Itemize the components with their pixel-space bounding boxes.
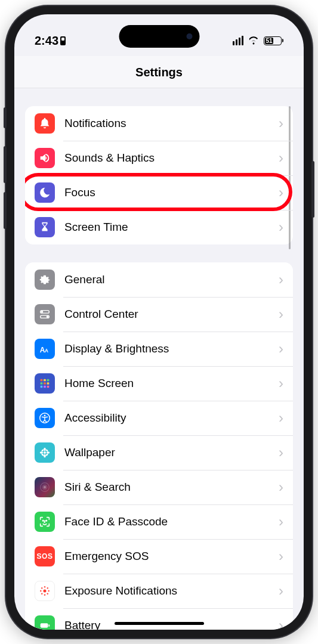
svg-rect-43 bbox=[48, 624, 50, 627]
battery-indicator-icon: 51 bbox=[264, 36, 283, 45]
svg-point-41 bbox=[47, 593, 48, 595]
wifi-icon bbox=[248, 36, 260, 45]
settings-item-emergency-sos[interactable]: SOS Emergency SOS › bbox=[25, 539, 293, 574]
svg-point-33 bbox=[44, 590, 47, 593]
svg-point-5 bbox=[47, 315, 49, 318]
svg-rect-10 bbox=[47, 379, 50, 382]
settings-item-display[interactable]: AA Display & Brightness › bbox=[25, 332, 293, 366]
svg-point-23 bbox=[47, 451, 50, 454]
item-label: General bbox=[64, 273, 279, 286]
svg-point-37 bbox=[48, 590, 50, 592]
gear-icon bbox=[35, 270, 55, 290]
chevron-right-icon: › bbox=[279, 548, 283, 565]
settings-item-control-center[interactable]: Control Center › bbox=[25, 297, 293, 332]
item-label: Screen Time bbox=[64, 221, 279, 234]
exposure-icon bbox=[35, 581, 55, 601]
settings-item-home-screen[interactable]: Home Screen › bbox=[25, 366, 293, 401]
chevron-right-icon: › bbox=[279, 271, 283, 288]
svg-point-31 bbox=[43, 520, 44, 521]
item-label: Wallpaper bbox=[64, 446, 279, 459]
chevron-right-icon: › bbox=[279, 375, 283, 392]
settings-group: Notifications › Sounds & Haptics › bbox=[25, 106, 293, 244]
chevron-right-icon: › bbox=[279, 479, 283, 496]
privacy-indicator-icon bbox=[60, 36, 66, 45]
svg-point-30 bbox=[44, 486, 46, 488]
switches-icon bbox=[35, 304, 55, 324]
settings-item-exposure[interactable]: Exposure Notifications › bbox=[25, 574, 293, 608]
item-label: Control Center bbox=[64, 308, 279, 321]
flower-icon bbox=[35, 442, 55, 463]
chevron-right-icon: › bbox=[279, 184, 283, 201]
svg-rect-16 bbox=[47, 386, 50, 388]
settings-item-battery[interactable]: Battery › bbox=[25, 608, 293, 630]
svg-point-39 bbox=[47, 587, 48, 589]
chevron-right-icon: › bbox=[279, 306, 283, 323]
settings-item-general[interactable]: General › bbox=[25, 262, 293, 297]
svg-point-35 bbox=[44, 595, 45, 596]
svg-rect-14 bbox=[41, 386, 43, 388]
screen: 2:43 51 Settings bbox=[14, 14, 304, 630]
svg-point-21 bbox=[44, 454, 46, 458]
item-label: Focus bbox=[64, 186, 279, 199]
svg-point-32 bbox=[46, 520, 47, 521]
item-label: Display & Brightness bbox=[64, 342, 279, 355]
chevron-right-icon: › bbox=[279, 115, 283, 132]
dynamic-island bbox=[119, 25, 199, 48]
svg-text:A: A bbox=[45, 348, 48, 354]
svg-point-26 bbox=[41, 453, 44, 456]
accessibility-icon bbox=[35, 408, 55, 428]
chevron-right-icon: › bbox=[279, 583, 283, 599]
chevron-right-icon: › bbox=[279, 340, 283, 357]
settings-group: General › Control Center › AA Display & … bbox=[25, 262, 293, 630]
svg-point-19 bbox=[44, 451, 46, 454]
chevron-right-icon: › bbox=[279, 617, 283, 630]
battery-icon bbox=[35, 615, 55, 630]
svg-point-3 bbox=[41, 311, 44, 313]
apps-grid-icon bbox=[35, 373, 55, 394]
settings-item-siri[interactable]: Siri & Search › bbox=[25, 470, 293, 504]
chevron-right-icon: › bbox=[279, 219, 283, 236]
item-label: Siri & Search bbox=[64, 481, 279, 494]
sos-icon: SOS bbox=[35, 546, 55, 566]
text-size-icon: AA bbox=[35, 339, 55, 359]
svg-rect-8 bbox=[41, 379, 43, 382]
svg-point-22 bbox=[40, 451, 44, 454]
home-indicator[interactable] bbox=[115, 622, 204, 625]
svg-rect-13 bbox=[47, 382, 50, 385]
chevron-right-icon: › bbox=[279, 444, 283, 461]
hourglass-icon bbox=[35, 217, 55, 237]
phone-frame: 2:43 51 Settings bbox=[6, 6, 312, 638]
svg-rect-11 bbox=[41, 382, 43, 385]
bell-icon bbox=[35, 113, 55, 134]
page-title: Settings bbox=[14, 56, 304, 88]
settings-item-notifications[interactable]: Notifications › bbox=[25, 106, 293, 141]
svg-point-18 bbox=[44, 415, 46, 417]
cellular-signal-icon bbox=[233, 36, 244, 45]
settings-item-wallpaper[interactable]: Wallpaper › bbox=[25, 435, 293, 470]
settings-item-face-id[interactable]: Face ID & Passcode › bbox=[25, 504, 293, 539]
settings-item-sounds[interactable]: Sounds & Haptics › bbox=[25, 141, 293, 175]
item-label: Sounds & Haptics bbox=[64, 151, 279, 165]
item-label: Accessibility bbox=[64, 411, 279, 425]
svg-point-38 bbox=[41, 587, 42, 589]
svg-point-20 bbox=[44, 448, 46, 451]
svg-point-36 bbox=[41, 590, 42, 592]
item-label: Emergency SOS bbox=[64, 550, 279, 563]
speaker-icon bbox=[35, 148, 55, 168]
svg-rect-15 bbox=[44, 386, 46, 388]
svg-point-34 bbox=[44, 587, 45, 588]
item-label: Notifications bbox=[64, 117, 279, 130]
settings-item-screen-time[interactable]: Screen Time › bbox=[25, 210, 293, 244]
siri-icon bbox=[35, 477, 55, 497]
settings-list[interactable]: Notifications › Sounds & Haptics › bbox=[14, 88, 304, 630]
item-label: Home Screen bbox=[64, 377, 279, 390]
status-time: 2:43 bbox=[35, 34, 58, 48]
chevron-right-icon: › bbox=[279, 410, 283, 426]
settings-item-accessibility[interactable]: Accessibility › bbox=[25, 401, 293, 435]
svg-point-40 bbox=[41, 593, 42, 595]
settings-item-focus[interactable]: Focus › bbox=[25, 175, 293, 210]
svg-rect-12 bbox=[44, 382, 46, 385]
svg-point-25 bbox=[45, 449, 48, 452]
item-label: Face ID & Passcode bbox=[64, 515, 279, 528]
svg-rect-9 bbox=[44, 379, 46, 382]
